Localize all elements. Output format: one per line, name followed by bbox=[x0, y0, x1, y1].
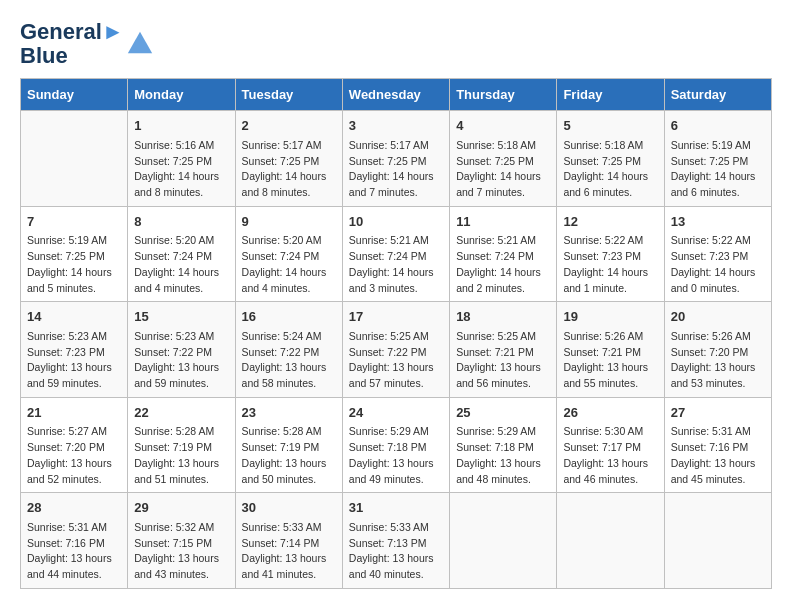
calendar-cell: 15Sunrise: 5:23 AM Sunset: 7:22 PM Dayli… bbox=[128, 302, 235, 398]
page-header: General►Blue bbox=[20, 20, 772, 68]
calendar-cell: 20Sunrise: 5:26 AM Sunset: 7:20 PM Dayli… bbox=[664, 302, 771, 398]
day-number: 17 bbox=[349, 307, 443, 327]
calendar-week-5: 28Sunrise: 5:31 AM Sunset: 7:16 PM Dayli… bbox=[21, 493, 772, 589]
calendar-cell: 23Sunrise: 5:28 AM Sunset: 7:19 PM Dayli… bbox=[235, 397, 342, 493]
calendar-week-3: 14Sunrise: 5:23 AM Sunset: 7:23 PM Dayli… bbox=[21, 302, 772, 398]
day-number: 23 bbox=[242, 403, 336, 423]
day-info: Sunrise: 5:26 AM Sunset: 7:20 PM Dayligh… bbox=[671, 329, 765, 392]
weekday-header-tuesday: Tuesday bbox=[235, 79, 342, 111]
day-number: 30 bbox=[242, 498, 336, 518]
calendar-cell: 19Sunrise: 5:26 AM Sunset: 7:21 PM Dayli… bbox=[557, 302, 664, 398]
day-info: Sunrise: 5:28 AM Sunset: 7:19 PM Dayligh… bbox=[242, 424, 336, 487]
calendar-table: SundayMondayTuesdayWednesdayThursdayFrid… bbox=[20, 78, 772, 589]
calendar-cell: 8Sunrise: 5:20 AM Sunset: 7:24 PM Daylig… bbox=[128, 206, 235, 302]
calendar-header: SundayMondayTuesdayWednesdayThursdayFrid… bbox=[21, 79, 772, 111]
logo: General►Blue bbox=[20, 20, 154, 68]
day-info: Sunrise: 5:16 AM Sunset: 7:25 PM Dayligh… bbox=[134, 138, 228, 201]
day-number: 28 bbox=[27, 498, 121, 518]
day-info: Sunrise: 5:18 AM Sunset: 7:25 PM Dayligh… bbox=[563, 138, 657, 201]
day-info: Sunrise: 5:31 AM Sunset: 7:16 PM Dayligh… bbox=[27, 520, 121, 583]
weekday-header-friday: Friday bbox=[557, 79, 664, 111]
day-number: 22 bbox=[134, 403, 228, 423]
calendar-cell: 16Sunrise: 5:24 AM Sunset: 7:22 PM Dayli… bbox=[235, 302, 342, 398]
calendar-cell: 14Sunrise: 5:23 AM Sunset: 7:23 PM Dayli… bbox=[21, 302, 128, 398]
calendar-week-2: 7Sunrise: 5:19 AM Sunset: 7:25 PM Daylig… bbox=[21, 206, 772, 302]
svg-marker-0 bbox=[128, 32, 152, 53]
calendar-cell: 18Sunrise: 5:25 AM Sunset: 7:21 PM Dayli… bbox=[450, 302, 557, 398]
day-number: 24 bbox=[349, 403, 443, 423]
day-info: Sunrise: 5:19 AM Sunset: 7:25 PM Dayligh… bbox=[27, 233, 121, 296]
day-number: 27 bbox=[671, 403, 765, 423]
calendar-cell: 5Sunrise: 5:18 AM Sunset: 7:25 PM Daylig… bbox=[557, 111, 664, 207]
day-info: Sunrise: 5:32 AM Sunset: 7:15 PM Dayligh… bbox=[134, 520, 228, 583]
calendar-cell: 31Sunrise: 5:33 AM Sunset: 7:13 PM Dayli… bbox=[342, 493, 449, 589]
day-info: Sunrise: 5:20 AM Sunset: 7:24 PM Dayligh… bbox=[242, 233, 336, 296]
calendar-cell: 12Sunrise: 5:22 AM Sunset: 7:23 PM Dayli… bbox=[557, 206, 664, 302]
day-number: 13 bbox=[671, 212, 765, 232]
calendar-week-4: 21Sunrise: 5:27 AM Sunset: 7:20 PM Dayli… bbox=[21, 397, 772, 493]
weekday-header-sunday: Sunday bbox=[21, 79, 128, 111]
calendar-cell bbox=[21, 111, 128, 207]
day-info: Sunrise: 5:21 AM Sunset: 7:24 PM Dayligh… bbox=[456, 233, 550, 296]
day-info: Sunrise: 5:21 AM Sunset: 7:24 PM Dayligh… bbox=[349, 233, 443, 296]
day-number: 8 bbox=[134, 212, 228, 232]
weekday-row: SundayMondayTuesdayWednesdayThursdayFrid… bbox=[21, 79, 772, 111]
day-info: Sunrise: 5:22 AM Sunset: 7:23 PM Dayligh… bbox=[563, 233, 657, 296]
calendar-cell: 21Sunrise: 5:27 AM Sunset: 7:20 PM Dayli… bbox=[21, 397, 128, 493]
day-number: 20 bbox=[671, 307, 765, 327]
day-number: 2 bbox=[242, 116, 336, 136]
day-number: 16 bbox=[242, 307, 336, 327]
calendar-cell: 25Sunrise: 5:29 AM Sunset: 7:18 PM Dayli… bbox=[450, 397, 557, 493]
weekday-header-monday: Monday bbox=[128, 79, 235, 111]
day-number: 5 bbox=[563, 116, 657, 136]
day-info: Sunrise: 5:27 AM Sunset: 7:20 PM Dayligh… bbox=[27, 424, 121, 487]
calendar-cell: 17Sunrise: 5:25 AM Sunset: 7:22 PM Dayli… bbox=[342, 302, 449, 398]
day-info: Sunrise: 5:25 AM Sunset: 7:21 PM Dayligh… bbox=[456, 329, 550, 392]
calendar-cell: 10Sunrise: 5:21 AM Sunset: 7:24 PM Dayli… bbox=[342, 206, 449, 302]
calendar-cell: 29Sunrise: 5:32 AM Sunset: 7:15 PM Dayli… bbox=[128, 493, 235, 589]
day-info: Sunrise: 5:29 AM Sunset: 7:18 PM Dayligh… bbox=[349, 424, 443, 487]
day-number: 15 bbox=[134, 307, 228, 327]
calendar-cell bbox=[557, 493, 664, 589]
calendar-cell: 13Sunrise: 5:22 AM Sunset: 7:23 PM Dayli… bbox=[664, 206, 771, 302]
day-info: Sunrise: 5:19 AM Sunset: 7:25 PM Dayligh… bbox=[671, 138, 765, 201]
day-number: 9 bbox=[242, 212, 336, 232]
day-number: 7 bbox=[27, 212, 121, 232]
day-info: Sunrise: 5:24 AM Sunset: 7:22 PM Dayligh… bbox=[242, 329, 336, 392]
calendar-cell: 1Sunrise: 5:16 AM Sunset: 7:25 PM Daylig… bbox=[128, 111, 235, 207]
day-info: Sunrise: 5:17 AM Sunset: 7:25 PM Dayligh… bbox=[242, 138, 336, 201]
logo-icon bbox=[126, 30, 154, 58]
day-number: 31 bbox=[349, 498, 443, 518]
day-number: 21 bbox=[27, 403, 121, 423]
calendar-cell: 24Sunrise: 5:29 AM Sunset: 7:18 PM Dayli… bbox=[342, 397, 449, 493]
weekday-header-saturday: Saturday bbox=[664, 79, 771, 111]
calendar-cell: 26Sunrise: 5:30 AM Sunset: 7:17 PM Dayli… bbox=[557, 397, 664, 493]
day-number: 10 bbox=[349, 212, 443, 232]
day-number: 19 bbox=[563, 307, 657, 327]
calendar-cell: 2Sunrise: 5:17 AM Sunset: 7:25 PM Daylig… bbox=[235, 111, 342, 207]
logo-text: General►Blue bbox=[20, 20, 124, 68]
day-info: Sunrise: 5:26 AM Sunset: 7:21 PM Dayligh… bbox=[563, 329, 657, 392]
day-number: 25 bbox=[456, 403, 550, 423]
calendar-cell: 22Sunrise: 5:28 AM Sunset: 7:19 PM Dayli… bbox=[128, 397, 235, 493]
day-number: 4 bbox=[456, 116, 550, 136]
day-number: 11 bbox=[456, 212, 550, 232]
calendar-cell: 9Sunrise: 5:20 AM Sunset: 7:24 PM Daylig… bbox=[235, 206, 342, 302]
day-number: 18 bbox=[456, 307, 550, 327]
weekday-header-wednesday: Wednesday bbox=[342, 79, 449, 111]
calendar-cell: 4Sunrise: 5:18 AM Sunset: 7:25 PM Daylig… bbox=[450, 111, 557, 207]
day-info: Sunrise: 5:30 AM Sunset: 7:17 PM Dayligh… bbox=[563, 424, 657, 487]
day-info: Sunrise: 5:29 AM Sunset: 7:18 PM Dayligh… bbox=[456, 424, 550, 487]
day-info: Sunrise: 5:33 AM Sunset: 7:14 PM Dayligh… bbox=[242, 520, 336, 583]
calendar-cell bbox=[664, 493, 771, 589]
day-info: Sunrise: 5:18 AM Sunset: 7:25 PM Dayligh… bbox=[456, 138, 550, 201]
calendar-week-1: 1Sunrise: 5:16 AM Sunset: 7:25 PM Daylig… bbox=[21, 111, 772, 207]
day-number: 12 bbox=[563, 212, 657, 232]
calendar-cell: 7Sunrise: 5:19 AM Sunset: 7:25 PM Daylig… bbox=[21, 206, 128, 302]
day-info: Sunrise: 5:28 AM Sunset: 7:19 PM Dayligh… bbox=[134, 424, 228, 487]
day-info: Sunrise: 5:25 AM Sunset: 7:22 PM Dayligh… bbox=[349, 329, 443, 392]
day-number: 14 bbox=[27, 307, 121, 327]
calendar-cell: 3Sunrise: 5:17 AM Sunset: 7:25 PM Daylig… bbox=[342, 111, 449, 207]
day-number: 6 bbox=[671, 116, 765, 136]
calendar-cell: 11Sunrise: 5:21 AM Sunset: 7:24 PM Dayli… bbox=[450, 206, 557, 302]
